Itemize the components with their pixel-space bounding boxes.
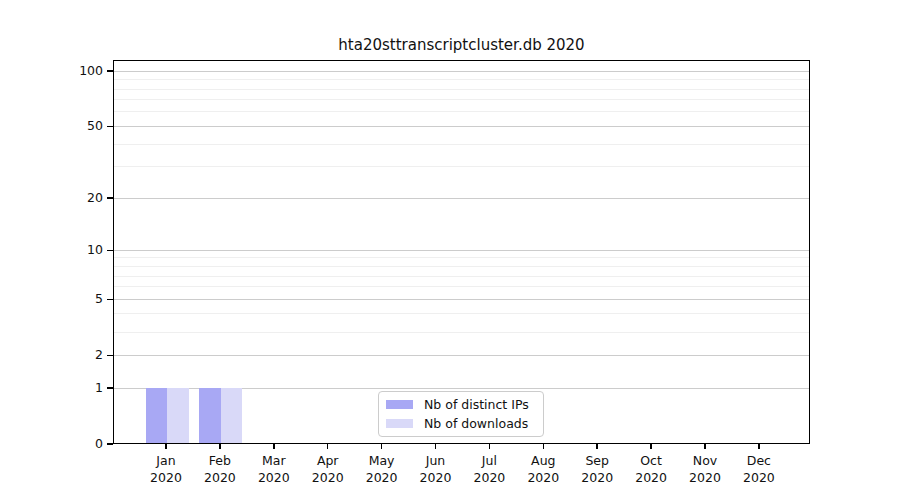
x-tick-mark-feb <box>219 444 221 449</box>
gridline-minor-9 <box>114 257 809 258</box>
y-axis-tick-label-5: 5 <box>43 292 103 306</box>
bar-feb-series2 <box>221 388 243 444</box>
x-tick-mark-may <box>381 444 383 449</box>
x-tick-year: 2020 <box>724 469 794 486</box>
y-tick-mark-20 <box>107 197 113 199</box>
bar-jan-series2 <box>167 388 189 444</box>
y-axis-tick-label-2: 2 <box>43 348 103 362</box>
x-tick-mark-jan <box>165 444 167 449</box>
gridline-major-100 <box>114 71 809 72</box>
legend-label-1: Nb of distinct IPs <box>424 397 529 412</box>
gridline-minor-60 <box>114 111 809 112</box>
legend-swatch-2 <box>386 419 413 428</box>
x-tick-mark-oct <box>650 444 652 449</box>
x-tick-month: Dec <box>724 452 794 469</box>
y-axis-tick-label-1: 1 <box>43 381 103 395</box>
x-tick-mark-jun <box>435 444 437 449</box>
bar-jan-series1 <box>146 388 168 444</box>
x-tick-mark-aug <box>543 444 545 449</box>
y-tick-mark-2 <box>107 355 113 357</box>
legend: Nb of distinct IPsNb of downloads <box>378 391 544 437</box>
y-tick-mark-50 <box>107 126 113 128</box>
x-tick-mark-dec <box>758 444 760 449</box>
y-tick-mark-5 <box>107 299 113 301</box>
y-axis-tick-label-0: 0 <box>43 437 103 451</box>
gridline-minor-40 <box>114 144 809 145</box>
gridline-minor-30 <box>114 166 809 167</box>
y-tick-mark-0 <box>107 443 113 445</box>
y-tick-mark-100 <box>107 70 113 72</box>
x-tick-mark-sep <box>596 444 598 449</box>
gridline-minor-7 <box>114 276 809 277</box>
gridline-minor-4 <box>114 313 809 314</box>
gridline-minor-90 <box>114 79 809 80</box>
chart-canvas: hta20sttranscriptcluster.db 2020 0125102… <box>0 0 900 500</box>
y-axis-tick-label-10: 10 <box>43 243 103 257</box>
legend-swatch-1 <box>386 400 413 409</box>
gridline-major-10 <box>114 250 809 251</box>
gridline-major-5 <box>114 299 809 300</box>
gridline-major-2 <box>114 355 809 356</box>
x-axis-tick-label-dec: Dec2020 <box>724 452 794 486</box>
x-tick-mark-jul <box>489 444 491 449</box>
x-tick-mark-nov <box>704 444 706 449</box>
gridline-minor-8 <box>114 266 809 267</box>
gridline-minor-80 <box>114 89 809 90</box>
y-tick-mark-10 <box>107 250 113 252</box>
legend-item-2: Nb of downloads <box>386 416 535 431</box>
bar-feb-series1 <box>199 388 221 444</box>
x-tick-mark-apr <box>327 444 329 449</box>
y-axis-tick-label-50: 50 <box>43 119 103 133</box>
legend-item-1: Nb of distinct IPs <box>386 397 535 412</box>
gridline-minor-6 <box>114 286 809 287</box>
gridline-minor-70 <box>114 99 809 100</box>
y-axis-tick-label-20: 20 <box>43 191 103 205</box>
gridline-minor-3 <box>114 332 809 333</box>
y-tick-mark-1 <box>107 387 113 389</box>
chart-title: hta20sttranscriptcluster.db 2020 <box>113 36 810 54</box>
gridline-major-50 <box>114 126 809 127</box>
x-tick-mark-mar <box>273 444 275 449</box>
legend-label-2: Nb of downloads <box>424 416 528 431</box>
gridline-major-20 <box>114 198 809 199</box>
y-axis-tick-label-100: 100 <box>43 64 103 78</box>
plot-area <box>113 60 810 444</box>
